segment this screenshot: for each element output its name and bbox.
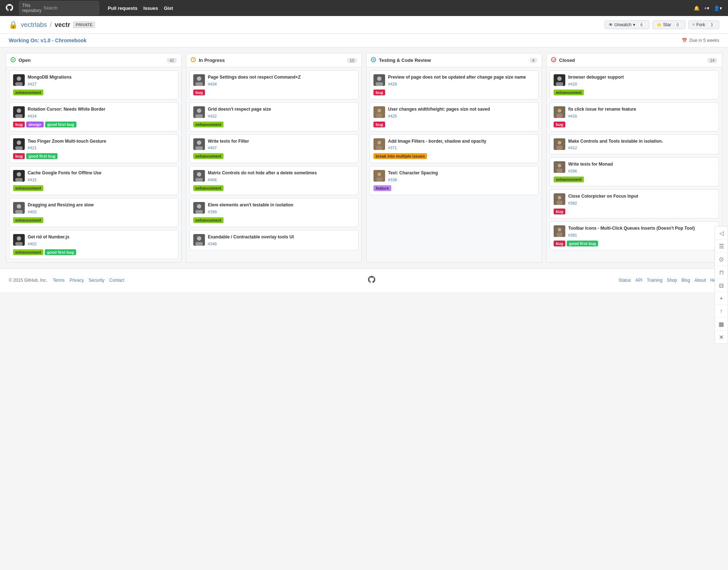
side-tool-collapse[interactable]: ◁ — [715, 227, 728, 240]
card-content: Elem elements aren't testable in isolati… — [208, 202, 355, 214]
star-button[interactable]: ⭐ Star 0 — [652, 20, 685, 29]
card[interactable]: Add Image Filters - border, shadow and o… — [369, 134, 539, 163]
api-link[interactable]: API — [636, 278, 642, 283]
card[interactable]: Preview of page does not be updated afte… — [369, 70, 539, 99]
card[interactable]: Get rid of Number.js#402enhancementgood … — [9, 230, 178, 259]
card-number[interactable]: #422 — [208, 114, 217, 118]
nav-gist[interactable]: Gist — [164, 5, 173, 11]
card[interactable]: User changes width/height: pages size no… — [369, 102, 539, 131]
terms-link[interactable]: Terms — [53, 278, 65, 283]
svg-point-52 — [551, 58, 556, 62]
card[interactable]: MongoDB Migrations#427enhancement — [9, 70, 178, 99]
card[interactable]: Rotation Cursor: Needs White Border#424b… — [9, 102, 178, 131]
status-link[interactable]: Status — [619, 278, 631, 283]
svg-rect-42 — [376, 82, 383, 86]
card-number[interactable]: #421 — [28, 146, 36, 150]
notifications-icon[interactable]: 🔔 — [694, 5, 700, 11]
card-number[interactable]: #415 — [28, 178, 36, 182]
add-icon[interactable]: +▾ — [704, 5, 709, 11]
search-input[interactable] — [44, 5, 98, 11]
side-tool-panel[interactable]: ⊓ — [715, 266, 728, 279]
card[interactable]: Dragging and Resizing are slow#403enhanc… — [9, 198, 178, 227]
card[interactable]: Matrix Controls do not hide after a dele… — [189, 166, 359, 195]
search-box[interactable]: This repository — [19, 1, 99, 15]
card-labels: bug — [554, 122, 715, 127]
card-number[interactable]: #407 — [208, 146, 217, 150]
card[interactable]: Two Finger Zoom Multi-touch Gesture#421b… — [9, 134, 178, 163]
card[interactable]: Exandable / Contractable overlay tools U… — [189, 230, 359, 250]
side-tool-grid[interactable]: ⊟ — [715, 279, 728, 292]
label: break into multiple issues — [373, 153, 427, 159]
card-header: Write tests for Monad#396 — [554, 161, 715, 174]
card[interactable]: fix click issue for rename feature#416bu… — [550, 102, 719, 131]
shop-link[interactable]: Shop — [667, 278, 677, 283]
card-content: Toolbar Icons - Multi-Click Queues Inser… — [568, 225, 715, 238]
svg-point-12 — [17, 172, 21, 177]
contact-link[interactable]: Contact — [109, 278, 124, 283]
footer-logo — [368, 276, 375, 285]
card[interactable]: Page Settings does not respect Command+Z… — [189, 70, 359, 99]
user-avatar[interactable]: 👤▾ — [714, 5, 722, 11]
card-header: Preview of page does not be updated afte… — [373, 74, 535, 87]
privacy-link[interactable]: Privacy — [70, 278, 84, 283]
card-number[interactable]: #338 — [388, 178, 397, 182]
svg-rect-23 — [195, 82, 203, 86]
card-number[interactable]: #425 — [388, 114, 397, 118]
card[interactable]: Write tests for Filter#407enhancement — [189, 134, 359, 163]
nav-pull-requests[interactable]: Pull requests — [108, 5, 138, 11]
card-number[interactable]: #412 — [568, 146, 577, 150]
avatar — [193, 170, 205, 182]
svg-rect-70 — [557, 233, 562, 237]
side-tool-info[interactable]: ⊙ — [715, 253, 728, 266]
repo-name-link[interactable]: vectr — [55, 21, 70, 29]
card-content: Two Finger Zoom Multi-touch Gesture#421 — [28, 138, 174, 151]
avatar — [13, 138, 25, 150]
card-number[interactable]: #382 — [568, 201, 577, 205]
card-number[interactable]: #399 — [208, 210, 217, 214]
card[interactable]: Close Colorpicker on Focus Input#382bug — [550, 189, 719, 218]
watch-button[interactable]: 👁 Unwatch ▾ 6 — [605, 20, 649, 29]
column-closed: Closed14browser debugger support#420enha… — [546, 53, 722, 262]
card-number[interactable]: #396 — [568, 169, 577, 173]
blog-link[interactable]: Blog — [681, 278, 690, 283]
card-number[interactable]: #402 — [28, 242, 36, 246]
security-link[interactable]: Security — [89, 278, 104, 283]
repo-title: 🔒 vectrlabs / vectr PRIVATE — [9, 20, 95, 29]
card-header: Dragging and Resizing are slow#403 — [13, 202, 174, 214]
card[interactable]: Make Controls and Tools testable in isol… — [550, 134, 719, 155]
avatar — [554, 161, 565, 173]
card-number[interactable]: #420 — [568, 82, 577, 86]
card-number[interactable]: #406 — [208, 178, 217, 182]
card[interactable]: Write tests for Monad#396enhancement — [550, 157, 719, 186]
card[interactable]: Elem elements aren't testable in isolati… — [189, 198, 359, 227]
card-number[interactable]: #434 — [208, 82, 217, 86]
org-link[interactable]: vectrlabs — [21, 21, 47, 29]
card-title: Page Settings does not respect Command+Z — [208, 74, 355, 80]
fork-button[interactable]: ⑂ Fork 3 — [688, 20, 719, 29]
card-number[interactable]: #424 — [28, 114, 36, 118]
card[interactable]: Cache Google Fonts for Offline Use#415en… — [9, 166, 178, 195]
card[interactable]: Toolbar Icons - Multi-Click Queues Inser… — [550, 221, 719, 250]
nav-issues[interactable]: Issues — [143, 5, 158, 11]
milestone-title[interactable]: Working On: v1.0 - Chromebook — [9, 37, 87, 43]
label: enhancement — [193, 185, 223, 191]
card-title: User changes width/height: pages size no… — [388, 106, 535, 112]
separator: / — [50, 21, 52, 29]
card-number[interactable]: #416 — [568, 114, 577, 118]
card[interactable]: Text: Character Spacing#338feature — [369, 166, 539, 195]
about-link[interactable]: About — [695, 278, 706, 283]
card-number[interactable]: #427 — [28, 82, 36, 86]
card[interactable]: browser debugger support#420enhancement — [550, 70, 719, 99]
card[interactable]: Grid doesn't respect page size#422enhanc… — [189, 102, 359, 131]
card-number[interactable]: #403 — [28, 210, 36, 214]
card-number[interactable]: #348 — [208, 242, 217, 246]
dropdown-icon: ▾ — [633, 22, 635, 27]
card-number[interactable]: #381 — [568, 233, 577, 237]
card-number[interactable]: #371 — [388, 146, 397, 150]
status-icon-open — [11, 57, 16, 63]
svg-point-69 — [558, 228, 561, 231]
card-number[interactable]: #429 — [388, 82, 397, 86]
side-tool-menu[interactable]: ☰ — [715, 240, 728, 253]
card-labels: bug — [193, 90, 355, 95]
training-link[interactable]: Training — [647, 278, 662, 283]
